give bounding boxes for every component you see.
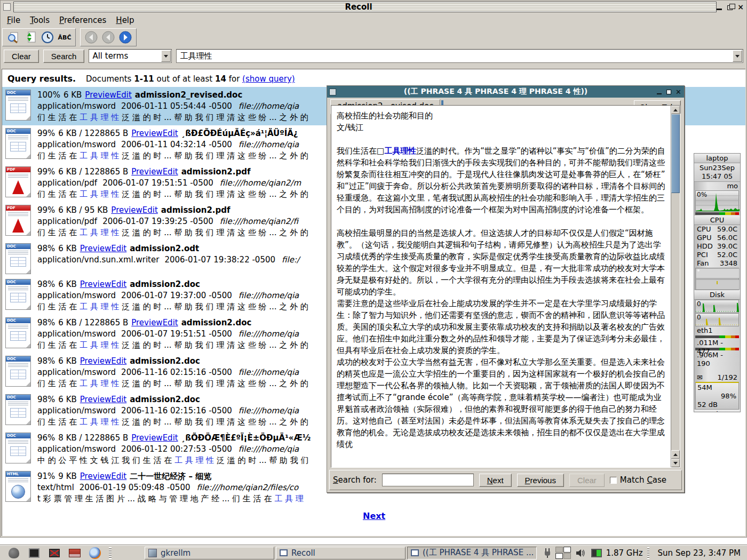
preview-link[interactable]: Preview — [80, 395, 111, 404]
preview-window-icon[interactable] — [329, 89, 336, 95]
find-previous-button[interactable]: Previous — [517, 474, 564, 487]
result-size: 8 KB / 1228865 B — [58, 433, 128, 443]
match-case-checkbox[interactable] — [610, 477, 617, 484]
preview-link[interactable]: Preview — [85, 90, 116, 100]
edit-link[interactable]: Edit — [142, 205, 158, 215]
minimize-button[interactable] — [715, 3, 724, 11]
next-page-link-row: Next — [363, 511, 745, 521]
menu-file[interactable]: File — [2, 14, 25, 26]
disk-read-chart[interactable]: 0 — [695, 300, 739, 313]
taskbar-clock[interactable]: Sun Sep 23, 3:47 PM — [654, 548, 745, 558]
preview-maximize-button[interactable] — [665, 88, 673, 96]
task-button-preview[interactable]: ((工 PHRASE 4 具 PHRASE ... — [407, 547, 537, 559]
preview-text[interactable]: 高校招生的社会功能和目的 文/钱江 我们生活在□工具理性泛滥的时代。作为“世之显… — [331, 106, 671, 467]
next-page-link[interactable]: Next — [363, 511, 385, 521]
find-next-button[interactable]: Next — [479, 474, 512, 487]
close-button[interactable]: × — [736, 3, 745, 11]
edit-link[interactable]: Edit — [163, 167, 178, 177]
fan-chart[interactable] — [695, 268, 739, 290]
edit-link[interactable]: Edit — [163, 318, 178, 327]
gnome-menu-icon[interactable] — [7, 547, 20, 559]
edit-link[interactable]: Edit — [111, 279, 126, 289]
scroll-down-icon[interactable] — [671, 459, 680, 467]
file-type-label: DOC — [6, 129, 30, 134]
chevron-down-icon[interactable] — [733, 50, 742, 62]
preview-link[interactable]: Preview — [80, 244, 111, 253]
firefox-launcher-icon[interactable] — [89, 547, 101, 559]
term-explorer-icon[interactable]: ÂBĈ — [57, 30, 72, 44]
advanced-search-icon[interactable] — [6, 30, 21, 44]
edit-link[interactable]: Edit — [111, 244, 126, 253]
preview-link[interactable]: Preview — [131, 167, 162, 177]
preview-link[interactable]: Preview — [80, 471, 111, 481]
edit-link[interactable]: Edit — [111, 395, 126, 404]
preview-link[interactable]: Preview — [131, 318, 162, 327]
file-type-icon: DOC — [5, 394, 31, 425]
search-button[interactable]: Search — [43, 50, 85, 63]
lock-screen-icon[interactable] — [48, 547, 61, 559]
preview-link[interactable]: Preview — [80, 279, 111, 289]
result-percent: 96% — [37, 433, 55, 443]
gkrellm-icon — [148, 549, 157, 557]
preview-link[interactable]: Preview — [131, 433, 162, 443]
tasklist-handle[interactable] — [109, 547, 112, 559]
recoll-titlebar[interactable]: Recoll × — [1, 1, 746, 13]
menu-help[interactable]: Help — [111, 14, 139, 26]
preview-close-button[interactable]: ✕ — [674, 88, 682, 96]
preview-link[interactable]: Preview — [80, 356, 111, 366]
preview-link[interactable]: Preview — [111, 205, 142, 215]
maximize-button[interactable] — [726, 3, 734, 11]
query-combo — [176, 49, 743, 63]
result-percent: 98% — [37, 356, 55, 366]
search-mode-select[interactable]: All terms — [89, 49, 172, 63]
sensor-row: GPU 56.0C — [694, 234, 740, 242]
result-date: 2006-01-07 19:39:25 -0500 — [102, 217, 213, 226]
scroll-up-icon[interactable] — [671, 106, 680, 114]
cpufreq-icon[interactable] — [591, 549, 602, 557]
sensor-name: PCI — [697, 251, 708, 259]
edit-link[interactable]: Edit — [111, 471, 126, 481]
file-type-label: DOC — [6, 90, 30, 95]
sort-params-icon[interactable] — [23, 30, 38, 44]
menu-tools[interactable]: Tools — [25, 14, 54, 26]
scrollbar[interactable] — [671, 106, 680, 467]
window-icon — [411, 549, 419, 556]
clear-button[interactable]: Clear — [4, 50, 39, 63]
result-url: file:/ — [282, 255, 299, 265]
memory-panel[interactable]: 54M 98% 52 dB — [695, 382, 739, 410]
edit-link[interactable]: Edit — [116, 90, 132, 100]
gkrellm-monitor[interactable]: laptop Sun23Sep 15:47 05 mo 0% CPU CPU 5… — [694, 153, 741, 412]
mail-monitor[interactable]: ✉ 1/192 — [694, 373, 740, 382]
disk-write-label: 0 — [697, 314, 701, 321]
editor-launcher-icon[interactable] — [68, 547, 81, 559]
edit-link[interactable]: Edit — [163, 129, 178, 138]
preview-link[interactable]: Preview — [131, 129, 162, 138]
search-input[interactable] — [177, 50, 732, 62]
task-button-gkrellm[interactable]: gkrellm — [145, 547, 274, 559]
next-page-icon[interactable] — [118, 30, 133, 44]
find-clear-button[interactable]: Clear — [569, 474, 605, 487]
power-plug-icon[interactable] — [544, 548, 551, 558]
mail-count: 1/192 — [718, 373, 737, 382]
preview-titlebar[interactable]: ((工 PHRASE 4 具 PHRASE 4 理 PHRASE 4 性)) ✕ — [327, 86, 684, 98]
terminal-launcher-icon[interactable] — [28, 547, 41, 559]
sort-by-date-icon[interactable] — [40, 30, 55, 44]
preview-search-input[interactable] — [382, 474, 474, 486]
chevron-down-icon[interactable] — [161, 50, 171, 62]
search-mode-value: All terms — [92, 51, 128, 61]
edit-link[interactable]: Edit — [163, 433, 178, 443]
previous-page-icon[interactable] — [101, 30, 116, 44]
first-page-icon[interactable] — [84, 30, 99, 44]
disk-write-chart[interactable]: 0 — [695, 313, 739, 326]
edit-link[interactable]: Edit — [111, 356, 126, 366]
scroll-up-icon[interactable] — [671, 450, 680, 459]
menu-preferences[interactable]: Preferences — [54, 14, 111, 26]
task-button-recoll[interactable]: Recoll — [276, 547, 406, 559]
workspace-switcher[interactable] — [555, 547, 571, 559]
cpu-chart[interactable]: 0% — [695, 190, 739, 212]
scrollbar-thumb[interactable] — [671, 114, 680, 193]
show-query-link[interactable]: (show query) — [242, 74, 295, 84]
result-percent: 91% — [37, 471, 55, 481]
preview-minimize-button[interactable] — [655, 88, 663, 96]
volume-icon[interactable] — [575, 548, 587, 558]
